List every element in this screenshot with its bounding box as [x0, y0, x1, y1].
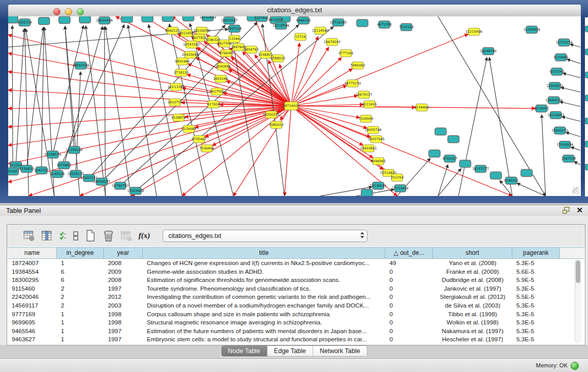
table-tabs-row: Node TableEdge TableNetwork Table: [0, 345, 588, 358]
column-header-short[interactable]: short: [433, 248, 512, 258]
table-row[interactable]: 1456911722003Disruption of a novel membe…: [8, 301, 584, 310]
graph-node-label: 19674093: [324, 40, 341, 44]
cell-in_degree: 2: [57, 285, 104, 293]
new-document-icon[interactable]: [84, 229, 97, 243]
graph-node[interactable]: [361, 189, 373, 196]
table-row[interactable]: 1872400712008Changes of HCN gene express…: [8, 259, 584, 268]
cell-in_degree: 6: [57, 268, 104, 276]
graph-node[interactable]: [38, 17, 50, 25]
graph-node[interactable]: [429, 150, 440, 157]
network-graph[interactable]: 9355724206914061603380910653287132760264…: [8, 16, 581, 196]
cell-out_degree: 0: [385, 310, 433, 319]
close-panel-icon[interactable]: ✕: [576, 206, 583, 215]
graph-node-label: 8660123: [165, 29, 180, 33]
table-source-value: citations_edges.txt: [168, 232, 222, 239]
cell-pagerank: 5.3E-5: [512, 285, 560, 293]
table-row[interactable]: 911546021997Tourette syndrome. Phenomeno…: [8, 285, 584, 293]
tab-node-table[interactable]: Node Table: [221, 346, 267, 356]
graph-node[interactable]: [435, 128, 446, 135]
cell-year: 2008: [104, 276, 143, 285]
cell-year: 1998: [104, 318, 143, 327]
table-panel-body: f(x) citations_edges.txt namein_degreeye…: [0, 216, 588, 345]
graph-node[interactable]: [521, 169, 532, 177]
graph-node[interactable]: [79, 16, 91, 23]
table-panel-title: Table Panel: [6, 207, 41, 214]
table-row[interactable]: 946362711997Embryonic stem cells: a mode…: [8, 335, 584, 344]
scrollbar-thumb[interactable]: [576, 260, 580, 283]
graph-node-label: 2803144: [213, 77, 228, 81]
cell-out_degree: 0: [385, 293, 433, 301]
graph-node-label: 19218596: [273, 24, 290, 28]
graph-node[interactable]: [357, 19, 368, 27]
cell-name: 22420046: [8, 293, 57, 301]
select-all-checks-icon[interactable]: [58, 229, 68, 243]
cell-in_degree: 1: [57, 335, 104, 344]
cell-title: Corpus callosum shape and size in male p…: [143, 310, 385, 319]
cell-title: Genome-wide association studies in ADHD.: [143, 268, 385, 276]
network-canvas[interactable]: 9355724206914061603380910653287132760264…: [8, 16, 581, 196]
function-builder-icon[interactable]: f(x): [138, 229, 151, 243]
graph-node[interactable]: [59, 16, 70, 24]
graph-node-label: 15692071: [552, 128, 569, 133]
cell-name: 9699695: [8, 318, 57, 327]
graph-node-label: 11546: [229, 37, 239, 41]
graph-node-label: 2042757: [34, 168, 49, 172]
cell-in_degree: 2: [57, 301, 104, 310]
cell-year: 2009: [104, 268, 143, 276]
cell-pagerank: 5.9E-5: [512, 276, 560, 285]
graph-node-label: 9355724: [17, 20, 32, 25]
table-row[interactable]: 1938455462009Genome-wide association stu…: [8, 268, 584, 276]
graph-node-label: 1327602: [254, 16, 269, 20]
table-vertical-scrollbar[interactable]: [575, 259, 581, 343]
cell-year: 2012: [104, 293, 143, 301]
delete-table-disabled-icon[interactable]: [120, 229, 133, 243]
tab-network-table[interactable]: Network Table: [313, 346, 367, 356]
graph-node[interactable]: [490, 172, 502, 179]
graph-node[interactable]: [183, 16, 194, 21]
table-row[interactable]: 946554611997Estimation of the future num…: [8, 327, 584, 336]
column-header-title[interactable]: title: [143, 248, 385, 258]
graph-node[interactable]: [142, 16, 153, 22]
graph-node[interactable]: [448, 136, 459, 143]
column-header-in_degree[interactable]: in_degree: [57, 248, 104, 258]
cell-title: Tourette syndrome. Phenomenology and cla…: [143, 285, 385, 293]
graph-node-label: 12505135: [68, 172, 84, 176]
tab-edge-table[interactable]: Edge Table: [267, 346, 312, 356]
graph-node[interactable]: [162, 16, 173, 21]
column-header-name[interactable]: name: [8, 248, 57, 258]
graph-node[interactable]: [460, 160, 471, 167]
graph-node-label: 8755467: [192, 137, 206, 141]
canvas-resize-grip[interactable]: [572, 187, 579, 194]
cell-short: Tibbo et al. (1998): [433, 310, 512, 319]
column-header-out_degree[interactable]: △ out_de...: [385, 248, 433, 258]
table-row[interactable]: 977716911998Corpus callosum shape and si…: [8, 310, 584, 319]
column-header-year[interactable]: year: [104, 248, 143, 258]
cell-out_degree: 0: [385, 335, 433, 344]
graph-node-label: 12124549: [312, 29, 329, 33]
row-height-icon[interactable]: [71, 229, 80, 243]
table-source-select[interactable]: citations_edges.txt: [163, 230, 367, 242]
table-row[interactable]: 969969511998Structural magnetic resonanc…: [8, 318, 584, 327]
network-window-titlebar[interactable]: citations_edges.txt: [8, 5, 581, 17]
graph-node[interactable]: [8, 16, 18, 23]
cell-short: Jankovic et al. (1997): [433, 285, 512, 293]
float-panel-icon[interactable]: [562, 207, 571, 214]
status-bar: Memory: OK: [0, 358, 588, 372]
cell-title: Estimation of the future numbers of pati…: [143, 327, 385, 336]
graph-node-label: 20206576: [45, 152, 61, 157]
select-column-icon[interactable]: [40, 229, 54, 243]
cell-pagerank: 5.3E-5: [512, 310, 560, 319]
table-settings-icon[interactable]: [23, 229, 36, 243]
table-row[interactable]: 1830029562008Estimation of significance …: [8, 276, 584, 285]
cell-title: Changes of HCN gene expression and I(f) …: [143, 259, 385, 268]
graph-node-label: 17016504: [557, 143, 574, 147]
graph-node-label: 12213383: [168, 85, 185, 89]
graph-node[interactable]: [121, 16, 133, 23]
column-header-pagerank[interactable]: pagerank: [512, 248, 560, 258]
table-row[interactable]: 2242004622012Investigating the contribut…: [8, 293, 584, 301]
delete-trash-icon[interactable]: [102, 229, 115, 243]
cell-short: Wolkin et al. (1998): [433, 318, 512, 327]
cell-title: Estimation of significance thresholds fo…: [143, 276, 385, 285]
cell-out_degree: 0: [385, 301, 433, 310]
graph-node-label: 252254: [391, 176, 403, 180]
